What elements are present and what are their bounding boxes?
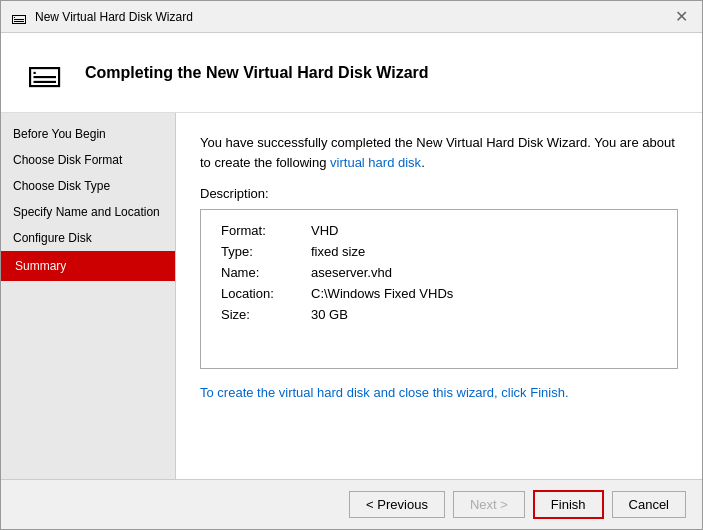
wizard-body: Before You BeginChoose Disk FormatChoose… xyxy=(1,113,702,479)
header-icon: 🖴 xyxy=(21,52,69,94)
description-box: Format:VHDType:fixed sizeName:aseserver.… xyxy=(200,209,678,369)
wizard-header: 🖴 Completing the New Virtual Hard Disk W… xyxy=(1,33,702,113)
field-key: Name: xyxy=(215,262,305,283)
field-value: C:\Windows Fixed VHDs xyxy=(305,283,663,304)
main-content: You have successfully completed the New … xyxy=(176,113,702,479)
field-key: Size: xyxy=(215,304,305,325)
sidebar-item-configure-disk[interactable]: Configure Disk xyxy=(1,225,175,251)
wizard-footer: < Previous Next > Finish Cancel xyxy=(1,479,702,529)
field-value: VHD xyxy=(305,220,663,241)
sidebar: Before You BeginChoose Disk FormatChoose… xyxy=(1,113,176,479)
field-value: 30 GB xyxy=(305,304,663,325)
title-bar: 🖴 New Virtual Hard Disk Wizard ✕ xyxy=(1,1,702,33)
desc-table: Format:VHDType:fixed sizeName:aseserver.… xyxy=(215,220,663,325)
title-bar-icon: 🖴 xyxy=(11,9,27,25)
sidebar-item-choose-disk-type[interactable]: Choose Disk Type xyxy=(1,173,175,199)
title-bar-left: 🖴 New Virtual Hard Disk Wizard xyxy=(11,9,193,25)
close-button[interactable]: ✕ xyxy=(671,7,692,27)
field-key: Type: xyxy=(215,241,305,262)
table-row: Size:30 GB xyxy=(215,304,663,325)
wizard-description: You have successfully completed the New … xyxy=(200,133,678,172)
field-key: Format: xyxy=(215,220,305,241)
title-bar-text: New Virtual Hard Disk Wizard xyxy=(35,10,193,24)
description-label: Description: xyxy=(200,186,678,201)
virtual-hard-disk-link: virtual hard disk xyxy=(330,155,421,170)
previous-button[interactable]: < Previous xyxy=(349,491,445,518)
table-row: Name:aseserver.vhd xyxy=(215,262,663,283)
finish-button[interactable]: Finish xyxy=(533,490,604,519)
wizard-window: 🖴 New Virtual Hard Disk Wizard ✕ 🖴 Compl… xyxy=(0,0,703,530)
next-button[interactable]: Next > xyxy=(453,491,525,518)
header-title: Completing the New Virtual Hard Disk Wiz… xyxy=(85,64,429,82)
cancel-button[interactable]: Cancel xyxy=(612,491,686,518)
sidebar-item-choose-disk-format[interactable]: Choose Disk Format xyxy=(1,147,175,173)
table-row: Type:fixed size xyxy=(215,241,663,262)
field-value: aseserver.vhd xyxy=(305,262,663,283)
sidebar-item-specify-name-location[interactable]: Specify Name and Location xyxy=(1,199,175,225)
finish-note: To create the virtual hard disk and clos… xyxy=(200,385,678,400)
table-row: Format:VHD xyxy=(215,220,663,241)
table-row: Location:C:\Windows Fixed VHDs xyxy=(215,283,663,304)
sidebar-item-before-you-begin[interactable]: Before You Begin xyxy=(1,121,175,147)
sidebar-item-summary[interactable]: Summary xyxy=(1,251,175,281)
field-value: fixed size xyxy=(305,241,663,262)
field-key: Location: xyxy=(215,283,305,304)
